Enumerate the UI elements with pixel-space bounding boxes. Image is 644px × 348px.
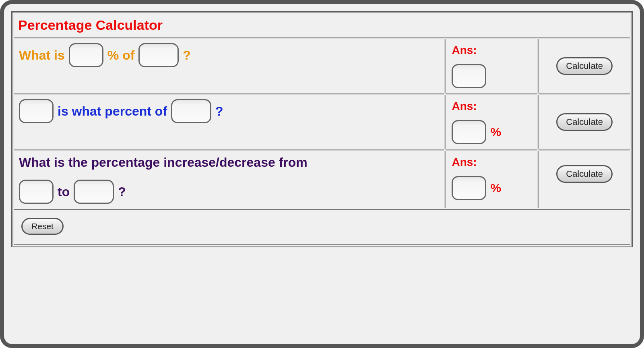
q2-ans-label: Ans: [452, 100, 531, 113]
q1-answer-output[interactable] [452, 64, 486, 88]
q3-calculate-button[interactable]: Calculate [556, 165, 613, 183]
q3-percent-symbol: % [490, 181, 501, 195]
q1-input-of[interactable] [138, 43, 179, 67]
question-2: is what percent of ? [19, 99, 439, 124]
q2-input-part[interactable] [19, 99, 54, 123]
q2-text-post: ? [215, 99, 223, 124]
row-what-percent: is what percent of ? Ans: % Calculate [14, 95, 630, 149]
question-3: What is the percentage increase/decrease… [19, 155, 439, 204]
q3-text-line1: What is the percentage increase/decrease… [19, 155, 439, 170]
row-increase-decrease: What is the percentage increase/decrease… [14, 151, 630, 208]
q1-ans-label: Ans: [452, 44, 531, 57]
q1-input-percent[interactable] [69, 43, 103, 67]
reset-button[interactable]: Reset [21, 218, 64, 235]
q1-text-post: ? [183, 43, 191, 68]
q3-answer-output[interactable] [452, 176, 486, 200]
q1-calculate-button[interactable]: Calculate [556, 57, 613, 75]
q3-input-from[interactable] [19, 180, 54, 204]
q2-input-whole[interactable] [171, 99, 211, 123]
question-1: What is % of ? [19, 43, 439, 68]
q2-percent-symbol: % [490, 125, 501, 139]
q1-text-mid: % of [107, 43, 135, 68]
q3-text-to: to [58, 184, 70, 199]
q3-input-to[interactable] [74, 180, 114, 204]
header-row: Percentage Calculator [14, 14, 630, 37]
row-percent-of: What is % of ? Ans: Calculate [14, 39, 630, 93]
q2-text-mid: is what percent of [58, 99, 167, 124]
reset-row: Reset [14, 209, 630, 245]
page-title: Percentage Calculator [18, 17, 626, 33]
q2-answer-output[interactable] [452, 120, 486, 144]
calculator-table: Percentage Calculator What is % of ? Ans… [11, 11, 633, 247]
q3-ans-label: Ans: [452, 156, 531, 169]
q3-text-post: ? [118, 184, 126, 199]
q1-text-pre: What is [19, 43, 65, 68]
calculator-frame: Percentage Calculator What is % of ? Ans… [0, 0, 644, 348]
q2-calculate-button[interactable]: Calculate [556, 113, 613, 131]
